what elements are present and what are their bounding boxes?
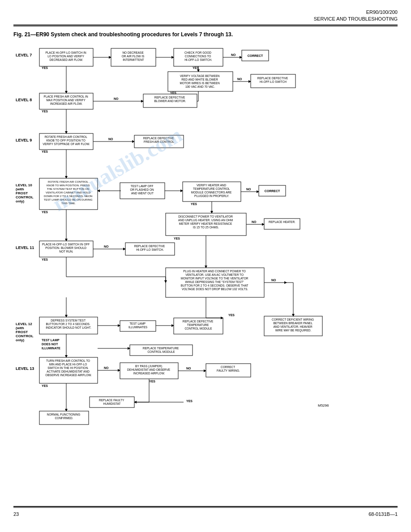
no-label-l8: NO xyxy=(114,97,119,100)
page-number: 23 xyxy=(13,511,19,517)
l10-replace-heater-text: REPLACE HEATER. xyxy=(269,220,295,223)
l9-action-text: ROTATE FRESH AIR CONTROL KNOB TO OFF POS… xyxy=(43,135,90,146)
no-label-l11: NO xyxy=(104,245,109,248)
l9-replace-text: REPLACE DEFECTIVE FRESH AIR CONTROL xyxy=(143,137,175,143)
l12-correct-text: CORRECT DEFICIENT WIRING BETWEEN BREAKER… xyxy=(272,318,315,332)
level12-label: LEVEL 12 (with FROST CONTROL only) xyxy=(16,322,34,342)
yes-label-l10verify: YES xyxy=(191,202,197,206)
l7-replace-switch-text: REPLACE DEFECTIVE HI-OFF-LO SWITCH xyxy=(257,77,289,83)
header-rule xyxy=(13,25,398,26)
l7-correct-text: CORRECT xyxy=(248,54,263,57)
yes-label-l7check2: YES xyxy=(193,66,199,69)
flowchart-svg: LEVEL 7 PLACE HI-OFF-LO SWITCH IN LO POS… xyxy=(13,44,398,501)
l12-lamp-text: TEST LAMP ILLUMINATES xyxy=(128,322,148,329)
l7-check2-text: CHECK FOR GOOD CONNECTIONS TO HI-OFF-LO … xyxy=(184,51,212,61)
level13-label: LEVEL 13 xyxy=(16,366,34,371)
footer-rule xyxy=(13,506,398,508)
lamp-no-label: TEST LAMP DOES NOT ILLUMINATE xyxy=(42,339,60,350)
part-number: M5296 xyxy=(318,403,329,408)
yes-label-l9: YES xyxy=(42,150,48,153)
l7-verify-text: VERIFY VOLTAGE BETWEEN RED AND WHITE BLO… xyxy=(180,74,221,88)
l10-correct-text: CORRECT xyxy=(265,189,280,193)
no-label-l11plug: NO xyxy=(271,279,276,282)
yes-label-l12: YES xyxy=(228,313,235,317)
l11-plug-text: PLUG IN HEATER AND CONNECT POWER TO VENT… xyxy=(181,270,249,291)
model-number: ER90/100/200 xyxy=(13,9,398,16)
l12-replace2-text: REPLACE TEMPERATURE CONTROL MODULE xyxy=(143,347,180,353)
no-label-l7verify: NO xyxy=(237,77,242,81)
level9-label: LEVEL 9 xyxy=(16,138,32,142)
l10-action-text: ROTATE FRESH AIR CONTROL KNOB TO MIN POS… xyxy=(44,180,94,205)
doc-number: 68-0131B—1 xyxy=(368,511,398,517)
yes-label-replace: YES xyxy=(186,399,193,403)
no-label-l9: NO xyxy=(108,137,113,141)
level11-label: LEVEL 11 xyxy=(16,245,34,250)
yes-label-l10disconnect: YES xyxy=(174,237,180,240)
yes-label-l13bypass: YES xyxy=(149,380,155,383)
section-title: SERVICE AND TROUBLESHOOTING xyxy=(13,16,398,22)
level10-label: LEVEL 10 (with FROST CONTROL only) xyxy=(16,183,34,203)
l11-replace-text: REPLACE DEFECTIVE HI-OFF-LO SWITCH. xyxy=(134,245,166,251)
l12-action-text: DEPRESS SYSTEM TEST BUTTON FOR 2 TO 4 SE… xyxy=(46,319,91,329)
no-label-l10verify: NO xyxy=(246,188,251,191)
figure-title: Fig. 21—ER90 System check and troublesho… xyxy=(13,31,398,39)
yes-label-l7action: YES xyxy=(42,66,48,69)
yes-label-l10action: YES xyxy=(42,210,48,214)
no-label-l10disconnect: NO xyxy=(252,220,257,223)
yes-label-l8: YES xyxy=(42,110,48,113)
l10-verify-text: VERIFY HEATER AND TEMPERATURE CONTROL MO… xyxy=(191,184,232,197)
level8-label: LEVEL 8 xyxy=(16,98,32,102)
l12-replace-text: REPLACE DEFECTIVE TEMPERATURE CONTROL MO… xyxy=(183,320,214,330)
header: ER90/100/200 SERVICE AND TROUBLESHOOTING xyxy=(13,9,398,23)
no-label-l13bypass: NO xyxy=(186,367,191,370)
l8-action-text: PLACE FRESH AIR CONTROL IN MAX POSITION … xyxy=(44,95,89,105)
l13-action-text: TURN FRESH AIR CONTROL TO MIN AND PLACE … xyxy=(45,359,92,377)
page-footer: 23 68-0131B—1 xyxy=(13,511,398,517)
l10-lamp-text: TEST LAMP OFF OR FLASHED ON AND WENT OUT xyxy=(130,184,155,195)
l7-check1-text: NO DECREASE OR AIR FLOW IS INTERMITTENT xyxy=(122,51,145,61)
l7-action-text: PLACE HI-OFF-LO SWITCH IN LO POSITION AN… xyxy=(45,51,87,61)
l8-replace-text: REPLACE DEFECTIVE BLOWER AND MOTOR. xyxy=(154,96,186,103)
level7-label: LEVEL 7 xyxy=(16,53,32,57)
yes-label-l13action: YES xyxy=(42,384,48,387)
page: ER90/100/200 SERVICE AND TROUBLESHOOTING… xyxy=(0,0,411,532)
no-label-l7: NO xyxy=(231,53,236,56)
no-label-l13: NO xyxy=(104,366,109,369)
diagram-container: LEVEL 7 PLACE HI-OFF-LO SWITCH IN LO POS… xyxy=(13,44,398,502)
yes-label-l11: YES xyxy=(42,258,48,261)
